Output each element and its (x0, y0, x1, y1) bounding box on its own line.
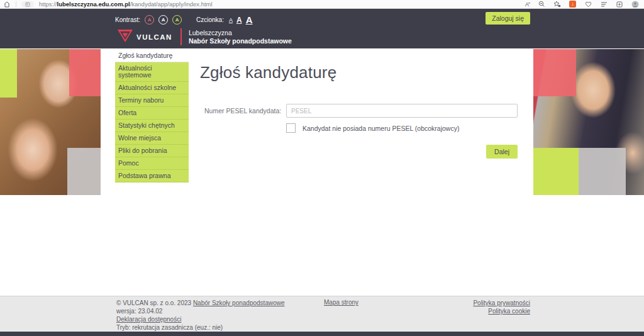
content-area: Zgłoś kandydaturę Aktualności systemowe … (0, 48, 644, 296)
url-path: /kandydat/app/apply/index.html (130, 1, 213, 8)
sidebar-item-aktualnosci-systemowe[interactable]: Aktualności systemowe (115, 62, 189, 82)
decor-gray-block (67, 148, 101, 195)
no-pesel-row: Kandydat nie posiada numeru PESEL (obcok… (286, 123, 522, 133)
privacy-policy-link[interactable]: Polityka prywatności (473, 300, 530, 306)
photo-collage-right (533, 49, 644, 195)
brand-region: Lubelszczyzna (189, 29, 292, 37)
decor-gray-block (579, 148, 626, 195)
brand-row: VULCAN Lubelszczyzna Nabór Szkoły ponadp… (117, 28, 292, 45)
profile-avatar-icon[interactable] (631, 1, 639, 8)
contrast-default-button[interactable]: A (158, 15, 168, 25)
font-size-label: Czcionka: (196, 16, 224, 23)
sidebar-item-podstawa-prawna[interactable]: Podstawa prawna (115, 170, 189, 182)
font-small-button[interactable]: A (229, 17, 233, 23)
form-actions: Dalej (286, 145, 518, 159)
brand-name: VULCAN (136, 33, 172, 41)
reading-list-icon[interactable] (600, 1, 608, 8)
brand-divider (180, 28, 182, 45)
cookie-policy-link[interactable]: Polityka cookie (488, 308, 530, 315)
next-button[interactable]: Dalej (486, 145, 518, 159)
decor-red-block (69, 49, 101, 96)
main-panel: Zgłoś kandydaturę Numer PESEL kandydata:… (200, 63, 522, 159)
footer-product-link[interactable]: Nabór Szkoły ponadpodstawowe (193, 300, 285, 306)
footer-right-column: Polityka prywatności Polityka cookie (473, 299, 530, 315)
decor-lime-block (0, 49, 17, 98)
brand-product: Nabór Szkoły ponadpodstawowe (189, 37, 292, 45)
browser-essentials-icon[interactable] (584, 1, 592, 8)
page-tab-chip[interactable] (21, 1, 34, 8)
pesel-input[interactable] (286, 104, 518, 118)
vulcan-logo-icon (117, 29, 133, 45)
footer-center-column: Mapa strony (324, 299, 358, 306)
font-large-button[interactable]: A (246, 14, 253, 25)
page-title: Zgłoś kandydaturę (200, 63, 522, 82)
sidebar-item-pliki-do-pobrania[interactable]: Pliki do pobrania (115, 145, 189, 157)
tab-groups-icon[interactable] (616, 1, 623, 8)
sitemap-link[interactable]: Mapa strony (324, 299, 358, 306)
sidebar-item-wolne-miejsca[interactable]: Wolne miejsca (115, 132, 189, 145)
sidebar-item-oferta[interactable]: Oferta (115, 107, 189, 120)
zoom-out-icon[interactable] (538, 1, 545, 8)
pesel-label: Numer PESEL kandydata: (200, 104, 286, 118)
photo-collage-left (0, 49, 101, 195)
footer: © VULCAN sp. z o.o. 2023 Nabór Szkoły po… (0, 296, 644, 332)
decor-red-block (533, 49, 576, 96)
recruitment-mode-text: Tryb: rekrutacja zasadnicza (euz.: nie) (116, 323, 285, 332)
accessibility-declaration-link[interactable]: Deklaracja dostępności (116, 316, 181, 323)
page-icon (25, 2, 30, 7)
contrast-label: Kontrast: (115, 16, 140, 23)
address-bar[interactable]: https://lubelszczyzna.edu.com.pl/kandyda… (39, 1, 213, 8)
pesel-form-row: Numer PESEL kandydata: (200, 104, 522, 118)
no-pesel-checkbox[interactable] (286, 123, 296, 133)
browser-toolbar: A” ↓ (525, 1, 644, 8)
sidebar-item-aktualnosci-szkolne[interactable]: Aktualności szkolne (115, 82, 189, 94)
browser-chrome: https://lubelszczyzna.edu.com.pl/kandyda… (0, 0, 644, 9)
read-aloud-icon[interactable]: A” (525, 1, 530, 8)
divider (16, 1, 16, 7)
version-text: wersja: 23.04.02 (116, 307, 285, 315)
sidebar-item-terminy-naboru[interactable]: Terminy naboru (115, 94, 189, 107)
sidebar-menu: Zgłoś kandydaturę Aktualności systemowe … (115, 50, 189, 182)
no-pesel-label: Kandydat nie posiada numeru PESEL (obcok… (303, 125, 459, 132)
decor-lime-block (533, 148, 579, 195)
favorites-settings-icon[interactable] (553, 1, 561, 8)
accessibility-controls: Kontrast: A A A Czcionka: A A A (115, 14, 256, 25)
url-domain: lubelszczyzna.edu.com.pl (57, 1, 130, 8)
font-medium-button[interactable]: A (236, 16, 242, 25)
brand-text: Lubelszczyzna Nabór Szkoły ponadpodstawo… (189, 29, 292, 45)
sidebar-item-statystyki-chetnych[interactable]: Statystyki chętnych (115, 120, 189, 132)
contrast-yellow-button[interactable]: A (172, 15, 182, 25)
sidebar-item-pomoc[interactable]: Pomoc (115, 157, 189, 170)
browser-left-controls: https://lubelszczyzna.edu.com.pl/kandyda… (0, 1, 213, 8)
footer-left-column: © VULCAN sp. z o.o. 2023 Nabór Szkoły po… (116, 299, 285, 332)
screen: https://lubelszczyzna.edu.com.pl/kandyda… (0, 0, 644, 336)
url-prefix: https:// (39, 1, 57, 8)
site-header: Kontrast: A A A Czcionka: A A A Zaloguj … (0, 9, 644, 48)
sidebar-item-zglos-kandydature[interactable]: Zgłoś kandydaturę (115, 50, 189, 62)
login-button[interactable]: Zaloguj się (486, 12, 530, 25)
copyright-line: © VULCAN sp. z o.o. 2023 Nabór Szkoły po… (116, 299, 285, 307)
copyright-text: © VULCAN sp. z o.o. 2023 (116, 300, 193, 306)
home-icon[interactable] (3, 1, 11, 8)
extension-icon[interactable]: ↓ (569, 1, 576, 8)
bottom-dark-bar (0, 332, 644, 336)
contrast-red-button[interactable]: A (145, 15, 154, 25)
